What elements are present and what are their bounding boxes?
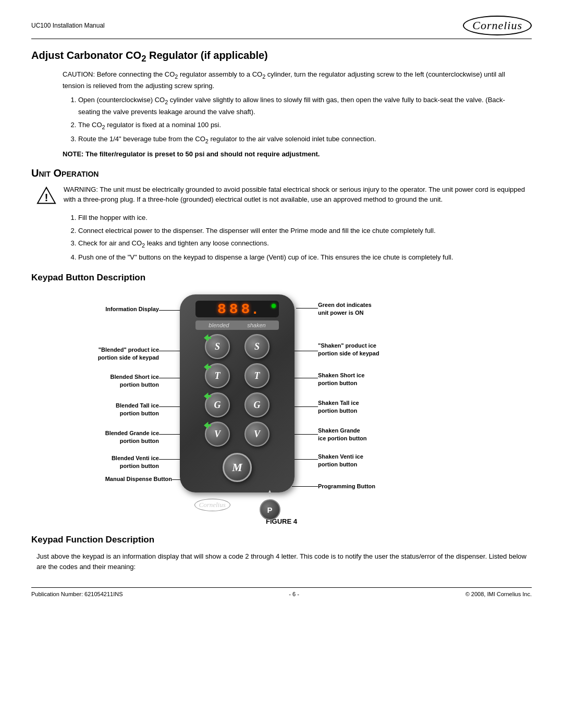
line-shaken-tall [292,406,318,407]
label-blended-venti: Blended Venti iceportion button [78,454,159,470]
line-green-dot [296,308,318,309]
label-blended-side: "Blended" product iceportion side of key… [78,346,159,362]
section4-text: Just above the keypad is an information … [36,551,527,572]
keypad-diagram-container: Information Display "Blended" product ic… [78,289,485,513]
label-information-display: Information Display [78,305,159,313]
s-button-row: S S [205,334,270,359]
p-btn-cluster: ▲ ▼ P [260,489,280,520]
svg-text:!: ! [45,191,48,203]
header-title: UC100 Installation Manual [31,22,105,29]
page-header: UC100 Installation Manual Cornelius [31,16,532,39]
section2-heading: Unit Operation [31,167,532,179]
keypad-device: 888 . blended shaken S [180,294,295,492]
line-shaken-venti [292,459,318,460]
line-shaken-side [292,351,318,351]
green-dot-indicator [272,304,276,308]
section1-heading: Adjust Carbonator CO2 Regulator (if appl… [31,50,532,64]
label-shaken-venti: Shaken Venti iceportion button [318,452,401,468]
label-shaken-short: Shaken Short iceportion button [318,371,401,387]
blended-shaken-bar: blended shaken [195,320,279,330]
v-button-row: V V [205,422,270,447]
line-programming [292,486,318,487]
section-unit-operation: Unit Operation ! WARNING: The unit must … [31,167,532,263]
list-item: Route the 1/4" beverage tube from the CO… [78,134,527,146]
label-shaken-side: "Shaken" product iceportion side of keyp… [318,341,401,357]
footer-left: Publication Number: 621054211INS [31,591,123,597]
display-digits: 888 [217,301,253,317]
keypad-display: 888 . [195,301,279,317]
warning-icon: ! [36,186,56,205]
m-button-row: M [223,453,252,482]
programming-button[interactable]: P [260,499,280,520]
label-blended-grande: Blended Grande iceportion button [78,429,159,445]
section4-heading: Keypad Function Description [31,535,532,545]
page-footer: Publication Number: 621054211INS - 6 - ©… [31,587,532,597]
section2-list: Fill the hopper with ice. Connect electr… [78,213,527,263]
list-item: Connect electrical power to the dispense… [78,226,527,237]
label-green-dot: Green dot indicatesunit power is ON [318,301,401,317]
arrow-up-down: ▲ ▼ [268,489,272,498]
arrow-up-icon: ▲ [268,489,272,493]
footer-right: © 2008, IMI Cornelius Inc. [466,591,532,597]
section3-heading: Keypad Button Description [31,273,532,283]
list-item: Push one of the "V" buttons on the keypa… [78,252,527,263]
section1-note: NOTE: The filter/regulator is preset to … [63,150,532,158]
list-item: The CO2 regulator is fixed at a nominal … [78,120,527,132]
shaken-venti-button[interactable]: V [244,422,270,447]
section-carbonator: Adjust Carbonator CO2 Regulator (if appl… [31,50,532,158]
shaken-short-button[interactable]: S [244,334,270,359]
shaken-tall-button[interactable]: T [244,363,270,388]
list-item: Fill the hopper with ice. [78,213,527,224]
shaken-grande-button[interactable]: G [244,392,270,417]
section1-list: Open (counterclockwise) CO2 cylinder val… [78,95,527,146]
keypad-bottom: Cornelius ▲ ▼ P [194,489,280,520]
display-dot: . [253,301,257,317]
header-logo: Cornelius [463,16,532,35]
label-programming-button: Programming Button [318,482,401,490]
label-manual-dispense: Manual Dispense Button [78,475,172,483]
label-blended-tall: Blended Tall iceportion button [78,401,159,417]
list-item: Check for air and CO2 leaks and tighten … [78,238,527,250]
keypad-diagram-wrapper: Information Display "Blended" product ic… [31,289,532,513]
warning-text: WARNING: The unit must be electrically g… [64,184,527,205]
cornelius-logo-small: Cornelius [194,499,230,511]
warning-box: ! WARNING: The unit must be electrically… [36,184,527,205]
section1-caution: CAUTION: Before connecting the CO2 regul… [63,69,527,91]
list-item: Open (counterclockwise) CO2 cylinder val… [78,95,527,118]
section-keypad-buttons: Keypad Button Description Information Di… [31,273,532,525]
t-button-row: T T [205,363,270,388]
arrow-down-icon: ▼ [268,494,272,498]
section-keypad-function: Keypad Function Description Just above t… [31,535,532,572]
footer-center: - 6 - [289,591,299,597]
shaken-label: shaken [247,322,265,328]
manual-dispense-button[interactable]: M [223,453,252,482]
line-shaken-short [292,378,318,378]
label-blended-short: Blended Short iceportion button [78,373,159,389]
line-shaken-grande [292,434,318,435]
label-shaken-tall: Shaken Tall iceportion button [318,399,401,415]
g-button-row: G G [205,392,270,417]
figure-caption: FIGURE 4 [31,517,532,525]
label-shaken-grande: Shaken Grandeice portion button [318,426,401,442]
blended-label: blended [209,322,229,328]
